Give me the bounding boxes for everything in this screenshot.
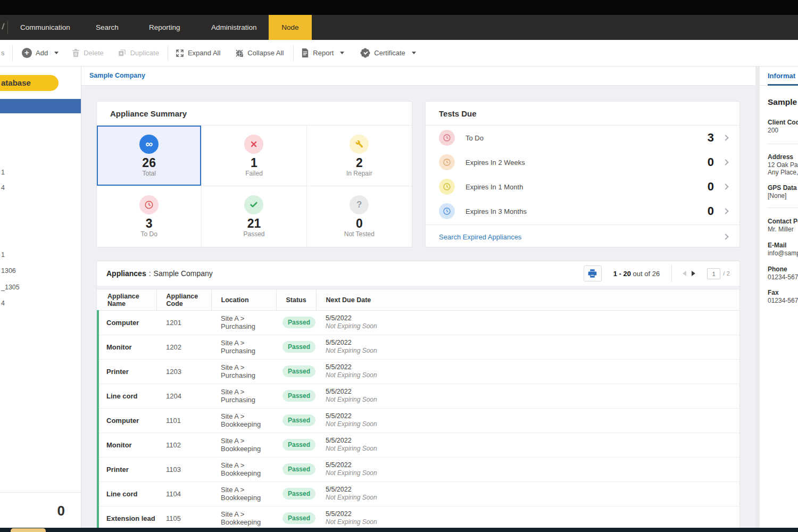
tree-item-fragment[interactable]: 1 <box>1 251 5 259</box>
prev-page-arrow-icon[interactable] <box>683 271 686 276</box>
print-button[interactable] <box>584 265 602 281</box>
status-badge: Passed <box>282 390 315 402</box>
database-button[interactable]: atabase <box>0 75 59 91</box>
table-row[interactable]: Monitor 1202 Site A > Purchasing Passed … <box>98 335 739 359</box>
tree-item-fragment[interactable]: 4 <box>1 184 5 192</box>
toolbar-divider <box>168 45 168 61</box>
appliance-code-cell: 1104 <box>156 481 211 506</box>
appliance-name-cell: Printer <box>98 359 156 384</box>
table-title-separator: : <box>149 269 151 278</box>
due-note: Not Expiring Soon <box>326 396 739 404</box>
column-header-appliance-code[interactable]: Appliance Code <box>156 290 211 310</box>
tree-item-fragment[interactable]: 1306 <box>1 267 16 275</box>
tree-item-fragment[interactable]: _1305 <box>1 284 20 291</box>
collapse-all-button[interactable]: Collapse All <box>235 49 284 57</box>
nav-item-reporting[interactable]: Reporting <box>149 15 180 40</box>
card-title: Tests Due <box>426 102 739 126</box>
tests-due-row-to-do[interactable]: To Do 3 <box>426 126 739 150</box>
appliance-code-cell: 1202 <box>156 335 211 359</box>
table-row[interactable]: Printer 1203 Site A > Purchasing Passed … <box>98 359 739 384</box>
breadcrumb[interactable]: Sample Company <box>89 72 145 79</box>
infinity-icon: ∞ <box>139 135 159 154</box>
chevron-down-icon[interactable] <box>412 52 416 54</box>
chevron-right-icon[interactable] <box>722 135 728 140</box>
field-address: Address 12 Oak Par Any Place, <box>768 153 798 176</box>
tests-due-card: Tests Due To Do 3 Expires In 2 Weeks 0 E… <box>425 101 740 247</box>
tab-information[interactable]: Informat <box>768 72 795 80</box>
table-row[interactable]: Computer 1101 Site A > Bookkeeping Passe… <box>98 408 739 433</box>
add-button[interactable]: + Add <box>22 48 59 58</box>
tree-item-fragment[interactable]: 4 <box>1 300 5 307</box>
status-cell: Passed <box>276 359 316 384</box>
card-title: Appliance Summary <box>97 102 412 126</box>
column-header-status[interactable]: Status <box>276 290 316 310</box>
delete-button[interactable]: Delete <box>72 48 104 57</box>
document-icon <box>301 48 309 57</box>
selected-tree-item[interactable] <box>0 99 81 113</box>
summary-tile-passed[interactable]: 21 Passed <box>202 186 306 247</box>
table-row[interactable]: Printer 1103 Site A > Bookkeeping Passed… <box>98 457 739 481</box>
app-window: Communication Search Reporting Administr… <box>0 0 798 532</box>
field-client-code: Client Cod 200 <box>768 119 798 134</box>
summary-tile-to-do[interactable]: 3 To Do <box>97 186 202 247</box>
tile-label: Passed <box>243 230 264 238</box>
summary-tile-in-repair[interactable]: 2 In Repair <box>307 126 412 186</box>
expand-all-button[interactable]: Expand All <box>176 49 220 57</box>
window-chrome-bar <box>0 0 798 15</box>
summary-tile-failed[interactable]: 1 Failed <box>202 126 306 186</box>
tile-value: 3 <box>146 217 153 230</box>
tile-label: In Repair <box>346 170 372 177</box>
column-header-next-due-date[interactable]: Next Due Date <box>316 290 739 310</box>
summary-tile-total[interactable]: ∞ 26 Total <box>97 126 202 186</box>
chevron-right-icon[interactable] <box>722 184 728 189</box>
report-button[interactable]: Report <box>301 48 344 57</box>
nav-item-search[interactable]: Search <box>96 15 119 40</box>
nav-item-node-active[interactable]: Node <box>269 15 312 40</box>
table-row[interactable]: Computer 1201 Site A > Purchasing Passed… <box>98 310 739 335</box>
panel-divider <box>767 144 798 144</box>
column-header-location[interactable]: Location <box>211 290 276 310</box>
next-due-date-cell: 5/5/2022 Not Expiring Soon <box>316 408 739 433</box>
tree-sidebar: atabase 1 4 1 1306 _1305 4 0 <box>0 66 81 532</box>
nav-item-administration[interactable]: Administration <box>211 15 257 40</box>
tree-item-fragment[interactable]: 1 <box>1 169 5 176</box>
tests-due-row-3-months[interactable]: Expires In 3 Months 0 <box>426 199 739 223</box>
chevron-down-icon[interactable] <box>340 52 344 54</box>
due-date: 5/5/2022 <box>326 486 739 494</box>
table-row[interactable]: Line cord 1204 Site A > Purchasing Passe… <box>98 384 739 408</box>
table-row[interactable]: Monitor 1102 Site A > Bookkeeping Passed… <box>98 433 739 457</box>
nav-item-communication[interactable]: Communication <box>20 15 70 40</box>
chevron-down-icon[interactable] <box>54 52 59 54</box>
search-expired-appliances-link[interactable]: Search Expired Appliances <box>426 225 739 248</box>
count-value: 0 <box>708 155 714 169</box>
table-row[interactable]: Line cord 1104 Site A > Bookkeeping Pass… <box>98 481 739 506</box>
due-date: 5/5/2022 <box>326 388 739 396</box>
page-number-input[interactable]: 1 <box>707 268 720 279</box>
table-row[interactable]: Extension lead 1105 Site A > Bookkeeping… <box>98 506 739 530</box>
hidden-yellow-element <box>11 528 46 532</box>
tests-due-row-1-month[interactable]: Expires In 1 Month 0 <box>426 174 739 199</box>
count-value: 0 <box>708 204 714 218</box>
tests-due-row-2-weeks[interactable]: Expires In 2 Weeks 0 <box>426 150 739 174</box>
summary-tile-not-tested[interactable]: ? 0 Not Tested <box>307 186 412 247</box>
chevron-right-icon[interactable] <box>722 208 728 214</box>
chevron-right-icon <box>722 234 728 239</box>
pagination-divider <box>671 265 672 282</box>
toolbar-divider <box>293 45 294 61</box>
due-date: 5/5/2022 <box>326 363 739 371</box>
toolbar-divider <box>12 45 13 61</box>
appliances-table-body: Computer 1201 Site A > Purchasing Passed… <box>98 310 739 530</box>
certificate-button[interactable]: Certificate <box>360 49 416 57</box>
due-date: 5/5/2022 <box>326 510 739 518</box>
status-badge: Passed <box>282 439 315 451</box>
status-badge: Passed <box>282 341 315 353</box>
appliance-name-cell: Computer <box>98 310 156 335</box>
duplicate-button[interactable]: Duplicate <box>118 48 159 57</box>
due-note: Not Expiring Soon <box>326 445 739 453</box>
next-page-arrow-icon[interactable] <box>692 271 695 276</box>
status-badge: Passed <box>282 512 315 524</box>
column-header-appliance-name[interactable]: Appliance Name <box>98 290 156 310</box>
chevron-right-icon[interactable] <box>722 159 728 165</box>
table-titlebar: Appliances : Sample Company 1 - 20 out o… <box>97 261 739 286</box>
due-note: Not Expiring Soon <box>326 469 739 477</box>
